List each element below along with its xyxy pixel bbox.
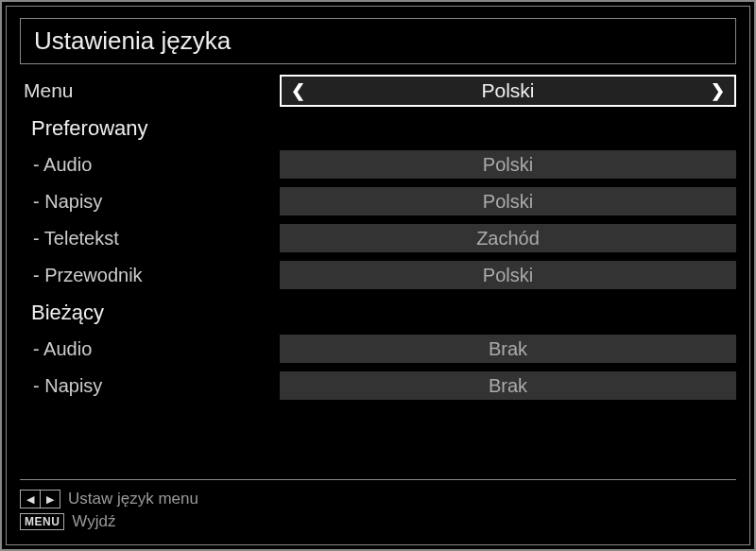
page-title: Ustawienia języka: [34, 26, 722, 56]
preferred-subtitles-label: - Napisy: [20, 191, 280, 213]
footer-hint-menu-text: Wyjdź: [72, 512, 115, 531]
current-audio-value[interactable]: Brak: [280, 335, 736, 363]
chevron-left-icon[interactable]: ❮: [282, 80, 315, 101]
menu-language-selector[interactable]: ❮ Polski ❯: [280, 75, 736, 107]
preferred-audio-label: - Audio: [20, 154, 280, 176]
current-audio-row[interactable]: - Audio Brak: [20, 332, 736, 366]
current-audio-label: - Audio: [20, 338, 280, 360]
preferred-audio-value[interactable]: Polski: [280, 150, 736, 179]
current-subtitles-row[interactable]: - Napisy Brak: [20, 369, 736, 403]
menu-label: Menu: [20, 79, 280, 102]
footer-hint-leftright-text: Ustaw język menu: [68, 490, 198, 508]
footer-hint-leftright: ◀ ▶ Ustaw język menu: [20, 490, 736, 508]
menu-key-icon: MENU: [20, 513, 64, 530]
preferred-guide-value[interactable]: Polski: [280, 261, 736, 289]
current-subtitles-value[interactable]: Brak: [280, 371, 736, 400]
left-right-key-icon: ◀ ▶: [20, 490, 60, 508]
preferred-guide-label: - Przewodnik: [20, 265, 280, 286]
preferred-guide-row[interactable]: - Przewodnik Polski: [20, 258, 736, 292]
current-section-header: Bieżący: [20, 298, 736, 328]
footer: ◀ ▶ Ustaw język menu MENU Wyjdź: [20, 479, 736, 535]
preferred-audio-row[interactable]: - Audio Polski: [20, 147, 736, 181]
footer-divider: [20, 479, 736, 480]
preferred-teletext-row[interactable]: - Teletekst Zachód: [20, 221, 736, 255]
preferred-teletext-label: - Teletekst: [20, 228, 280, 250]
page-title-box: Ustawienia języka: [20, 18, 736, 64]
footer-hint-menu: MENU Wyjdź: [20, 512, 736, 531]
chevron-right-icon[interactable]: ❯: [701, 80, 734, 101]
preferred-subtitles-value[interactable]: Polski: [280, 187, 736, 215]
menu-language-value: Polski: [315, 79, 701, 102]
menu-language-row[interactable]: Menu ❮ Polski ❯: [20, 74, 736, 108]
preferred-teletext-value[interactable]: Zachód: [280, 224, 736, 252]
preferred-subtitles-row[interactable]: - Napisy Polski: [20, 184, 736, 218]
current-subtitles-label: - Napisy: [20, 375, 280, 397]
preferred-section-header: Preferowany: [20, 113, 736, 144]
